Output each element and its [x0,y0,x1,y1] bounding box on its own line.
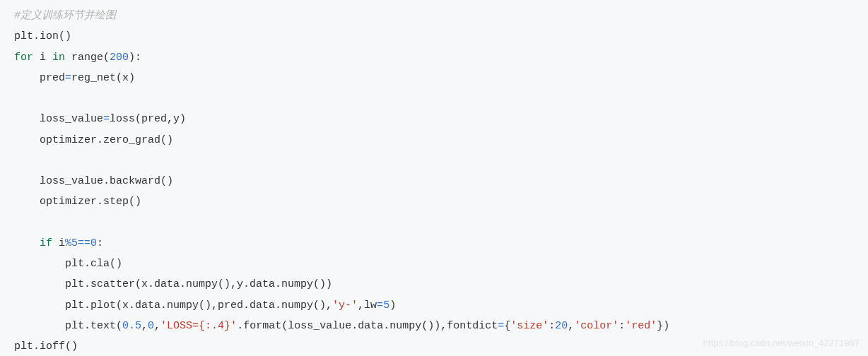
code-text: , [568,320,574,332]
code-text: i [52,237,65,249]
code-text: range( [65,52,110,64]
operator: = [377,299,383,312]
number-literal: 0 [90,237,97,249]
code-text: : [618,320,625,332]
operator: % [65,237,71,249]
code-text: ,lw [358,299,377,312]
string-literal: 'red' [625,320,657,332]
watermark-text: https://blog.csdn.net/weixin_42271967 [703,334,860,352]
operator: = [65,72,71,84]
code-text: loss_value.backward() [14,175,173,187]
string-literal: 'y-' [332,299,358,312]
number-literal: 0.5 [122,320,141,332]
code-text: plt.plot(x.data.numpy(),pred.data.numpy(… [14,299,332,312]
code-text: { [504,320,510,332]
code-text: ) [389,299,396,312]
code-text: optimizer.step() [14,196,141,208]
code-text: i [33,52,52,64]
code-text: optimizer.zero_grad() [14,134,173,146]
code-text: : [549,320,555,332]
code-text: plt.text( [14,320,122,332]
code-text: loss_value [14,113,103,125]
code-text: plt.ioff() [14,340,78,352]
keyword-for: for [14,52,33,64]
string-literal: 'size' [510,320,549,332]
string-literal: 'color' [574,320,618,332]
number-literal: 0 [148,320,154,332]
code-block: #定义训练环节并绘图 plt.ion() for i in range(200)… [14,6,854,356]
keyword-in: in [52,52,65,64]
code-text: .format(loss_value.data.numpy()),fontdic… [237,320,498,332]
code-text: : [97,237,103,249]
comment-line: #定义训练环节并绘图 [14,10,116,22]
code-text: }) [657,320,669,332]
code-text: , [141,320,148,332]
number-literal: 5 [383,299,389,312]
code-text: plt.scatter(x.data.numpy(),y.data.numpy(… [14,278,332,290]
number-literal: 20 [555,320,568,332]
number-literal: 5 [71,237,78,249]
operator: == [78,237,90,249]
operator: = [498,320,504,332]
code-text: plt.cla() [14,258,122,270]
string-literal: 'LOSS={:.4}' [160,320,237,332]
code-text: ): [129,52,141,64]
code-text: pred [14,72,65,84]
number-literal: 200 [110,52,129,64]
code-text: loss(pred,y) [110,113,186,125]
code-text: reg_net(x) [71,72,135,84]
code-text: , [154,320,160,332]
keyword-if: if [14,237,52,249]
operator: = [103,113,110,125]
code-text: plt.ion() [14,30,71,42]
